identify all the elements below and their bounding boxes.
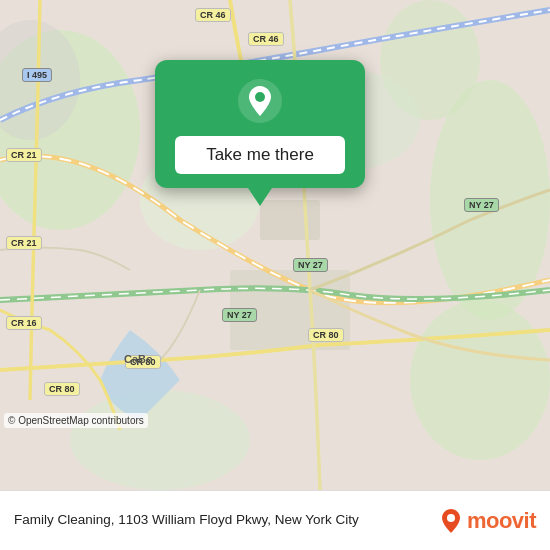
svg-point-13 (447, 514, 455, 522)
take-me-there-button[interactable]: Take me there (175, 136, 345, 174)
moovit-logo: moovit (439, 507, 536, 535)
moovit-marker-icon (439, 507, 463, 535)
svg-point-7 (70, 390, 250, 490)
location-text: Family Cleaning, 1103 William Floyd Pkwy… (14, 511, 429, 530)
map-container: CR 46 CR 46 I 495 CR 21 CR 21 CR 16 NY 2… (0, 0, 550, 490)
road-badge-ny27-3: NY 27 (222, 308, 257, 322)
bottom-bar: Family Cleaning, 1103 William Floyd Pkwy… (0, 490, 550, 550)
svg-rect-9 (260, 200, 320, 240)
road-badge-cr46-1: CR 46 (195, 8, 231, 22)
svg-point-6 (410, 300, 550, 460)
road-badge-ny27-2: NY 27 (464, 198, 499, 212)
popup-card: Take me there (155, 60, 365, 188)
osm-attribution: © OpenStreetMap contributors (4, 413, 148, 428)
road-badge-ny27-1: NY 27 (293, 258, 328, 272)
road-badge-cr46-2: CR 46 (248, 32, 284, 46)
road-badge-cr21-1: CR 21 (6, 148, 42, 162)
road-badge-i495: I 495 (22, 68, 52, 82)
svg-point-12 (255, 92, 265, 102)
cabo-label: CaBo (124, 353, 153, 365)
road-badge-cr21-2: CR 21 (6, 236, 42, 250)
location-pin-icon (237, 78, 283, 124)
road-badge-cr80-3: CR 80 (308, 328, 344, 342)
moovit-brand-text: moovit (467, 508, 536, 534)
road-badge-cr80-2: CR 80 (44, 382, 80, 396)
road-badge-cr16: CR 16 (6, 316, 42, 330)
